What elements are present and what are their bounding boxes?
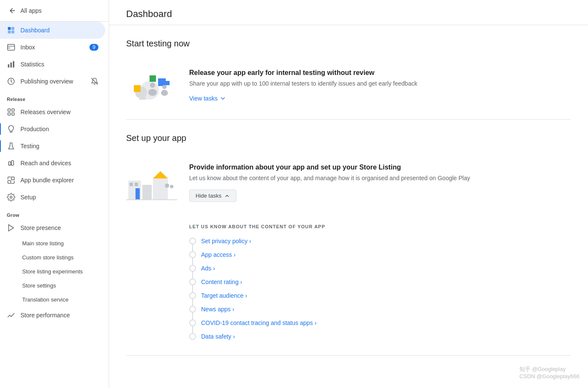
app-access-link[interactable]: App access › — [201, 251, 236, 258]
svg-marker-35 — [153, 171, 168, 178]
sidebar-sub-item-label: Store settings — [22, 282, 56, 289]
sidebar-item-statistics[interactable]: Statistics — [0, 56, 105, 73]
all-apps-label: All apps — [20, 7, 42, 14]
statistics-icon — [7, 60, 15, 69]
svg-rect-1 — [12, 27, 14, 30]
content-area: Start testing now — [109, 25, 588, 369]
sidebar-item-setup[interactable]: Setup — [0, 189, 105, 206]
internal-testing-content: Release your app early for internal test… — [189, 69, 571, 102]
svg-point-19 — [10, 196, 12, 198]
svg-marker-20 — [9, 225, 14, 231]
sidebar-top: All apps — [0, 0, 109, 22]
task-dot — [189, 292, 196, 299]
svg-point-39 — [165, 184, 169, 188]
internal-testing-title: Release your app early for internal test… — [189, 69, 571, 77]
set-privacy-policy-link[interactable]: Set privacy policy › — [201, 238, 251, 244]
hide-tasks-label: Hide tasks — [196, 193, 222, 199]
grow-section-label: Grow — [0, 206, 109, 219]
publishing-overview-icon — [7, 77, 15, 86]
task-dot — [189, 333, 196, 340]
publishing-overview-bell-icon — [91, 78, 98, 85]
sidebar-item-label: Testing — [20, 143, 39, 149]
sidebar-item-label: Setup — [20, 194, 36, 201]
sidebar-item-custom-store-listings[interactable]: Custom store listings — [0, 250, 105, 264]
sidebar-item-inbox[interactable]: Inbox 9 — [0, 39, 105, 56]
svg-rect-4 — [8, 44, 15, 50]
set-up-app-title: Set up your app — [126, 133, 571, 143]
data-safety-link[interactable]: Data safety › — [201, 333, 235, 340]
task-item: Target audience › — [189, 289, 571, 302]
sidebar-item-label: Store presence — [20, 224, 61, 231]
tasks-container: LET US KNOW ABOUT THE CONTENT OF YOUR AP… — [126, 224, 571, 343]
sidebar-item-production[interactable]: Production — [0, 121, 105, 138]
svg-rect-13 — [12, 113, 14, 115]
task-item: COVID-19 contact tracing and status apps… — [189, 316, 571, 330]
store-listing-setup-desc: Let us know about the content of your ap… — [189, 174, 571, 183]
ads-link[interactable]: Ads › — [201, 265, 215, 272]
view-tasks-button[interactable]: View tasks — [189, 95, 226, 102]
sidebar-item-label: Reach and devices — [20, 160, 71, 167]
svg-point-28 — [148, 89, 157, 96]
sidebar-item-testing[interactable]: Testing — [0, 138, 105, 155]
svg-point-40 — [170, 185, 173, 188]
internal-testing-card: Release your app early for internal test… — [126, 59, 571, 120]
back-arrow-icon — [9, 7, 16, 14]
sidebar-item-store-performance[interactable]: Store performance — [0, 307, 105, 324]
content-rating-link[interactable]: Content rating › — [201, 279, 242, 285]
sidebar-sub-item-label: Custom store listings — [22, 254, 74, 261]
svg-rect-7 — [13, 61, 14, 68]
store-listing-setup-content: Provide information about your app and s… — [189, 164, 571, 210]
sidebar: All apps Dashboard — [0, 0, 109, 388]
active-indicator — [0, 123, 1, 135]
chevron-down-icon — [219, 95, 226, 102]
sidebar-item-releases-overview[interactable]: Releases overview — [0, 103, 105, 121]
sidebar-item-store-presence[interactable]: Store presence — [0, 219, 105, 236]
internal-testing-illustration — [126, 69, 177, 107]
sidebar-item-translation-service[interactable]: Translation service — [0, 293, 105, 307]
store-listing-setup-card: Provide information about your app and s… — [126, 153, 571, 356]
task-dot — [189, 265, 196, 272]
sidebar-item-store-settings[interactable]: Store settings — [0, 279, 105, 293]
start-testing-title: Start testing now — [126, 39, 571, 49]
sidebar-item-label: Inbox — [20, 44, 35, 51]
svg-rect-11 — [12, 109, 14, 112]
sidebar-sub-item-label: Main store listing — [22, 240, 64, 247]
hide-tasks-button[interactable]: Hide tasks — [189, 190, 236, 202]
task-dot — [189, 251, 196, 258]
svg-point-30 — [161, 90, 168, 96]
reach-devices-icon — [7, 159, 15, 167]
svg-rect-3 — [12, 31, 14, 34]
page-header: Dashboard — [109, 0, 588, 25]
task-item: Set privacy policy › — [189, 234, 571, 248]
task-dot — [189, 319, 196, 326]
inbox-badge: 9 — [89, 44, 98, 51]
app-bundle-icon — [7, 176, 15, 184]
svg-point-29 — [162, 85, 167, 89]
svg-rect-5 — [8, 64, 9, 68]
sidebar-item-app-bundle-explorer[interactable]: App bundle explorer — [0, 172, 105, 189]
sidebar-item-label: Publishing overview — [20, 78, 73, 85]
sidebar-item-publishing-overview[interactable]: Publishing overview — [0, 73, 105, 90]
releases-overview-icon — [7, 108, 15, 116]
store-performance-icon — [7, 311, 15, 319]
covid-tracing-link[interactable]: COVID-19 contact tracing and status apps… — [201, 319, 317, 326]
task-item: Content rating › — [189, 275, 571, 289]
sidebar-item-dashboard[interactable]: Dashboard — [0, 22, 105, 39]
tasks-section-label: LET US KNOW ABOUT THE CONTENT OF YOUR AP… — [189, 224, 571, 229]
svg-rect-15 — [12, 161, 14, 165]
svg-rect-33 — [142, 185, 152, 200]
main-content: Dashboard Start testing now — [109, 0, 588, 388]
sidebar-item-main-store-listing[interactable]: Main store listing — [0, 236, 105, 250]
svg-rect-10 — [8, 109, 11, 112]
production-icon — [7, 125, 15, 133]
all-apps-button[interactable]: All apps — [3, 3, 105, 18]
target-audience-link[interactable]: Target audience › — [201, 292, 247, 299]
sidebar-item-reach-devices[interactable]: Reach and devices — [0, 155, 105, 172]
task-list: Set privacy policy › App access › Ads › — [189, 234, 571, 343]
svg-rect-2 — [8, 31, 11, 34]
sidebar-item-store-listing-experiments[interactable]: Store listing experiments — [0, 264, 105, 279]
news-apps-link[interactable]: News apps › — [201, 306, 234, 313]
svg-rect-17 — [8, 181, 11, 184]
svg-rect-31 — [164, 81, 170, 85]
view-tasks-label: View tasks — [189, 95, 218, 102]
